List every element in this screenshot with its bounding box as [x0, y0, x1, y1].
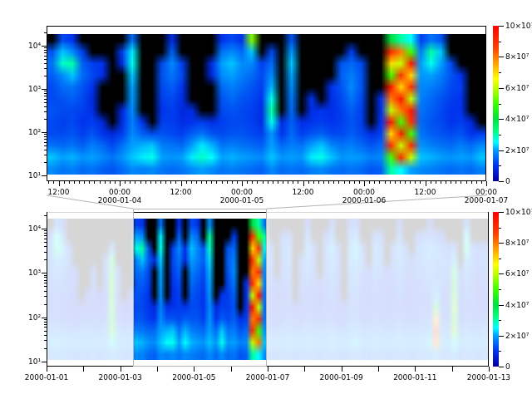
y-minor-tick: [44, 327, 47, 328]
y-minor-tick: [44, 242, 47, 243]
x-minor-tick: [232, 181, 233, 184]
y-minor-tick: [44, 52, 47, 53]
x-tick: [415, 367, 416, 372]
x-minor-tick: [227, 181, 228, 184]
x-minor-tick: [155, 181, 156, 184]
colorbar-tick: [499, 289, 501, 290]
x-tick-label: 00:00: [466, 188, 507, 196]
x-tick-label: 2000-01-03: [97, 373, 144, 382]
x-minor-tick: [94, 181, 95, 184]
x-minor-tick: [53, 181, 54, 184]
zoom-selection-rect[interactable]: [133, 209, 267, 367]
x-tick-label: 00:00: [99, 188, 140, 196]
x-minor-tick: [354, 181, 355, 184]
colorbar-tick-label: 10×10⁷: [505, 208, 532, 216]
y-minor-tick: [44, 56, 47, 57]
x-minor-tick: [288, 181, 288, 184]
colorbar-tick-label: 0: [505, 177, 532, 185]
y-minor-tick: [44, 259, 47, 260]
x-minor-tick: [74, 181, 75, 184]
x-tick: [426, 181, 426, 186]
y-tick-label: 10³: [21, 268, 41, 277]
colorbar-tick: [499, 104, 501, 105]
x-minor-tick: [313, 181, 314, 184]
colorbar-tick: [499, 273, 504, 274]
x-minor-tick: [196, 181, 197, 184]
x-tick: [486, 181, 487, 186]
x-minor-tick: [110, 181, 111, 184]
y-minor-tick: [44, 106, 47, 107]
y-minor-tick: [44, 304, 47, 305]
y-minor-tick: [44, 162, 47, 163]
x-minor-tick: [247, 181, 248, 184]
x-minor-tick: [379, 181, 380, 184]
x-tick-label: 2000-01-05: [170, 373, 217, 382]
x-minor-tick: [135, 181, 135, 184]
x-tick: [489, 367, 490, 372]
x-minor-tick: [349, 181, 350, 184]
colorbar-tick: [499, 119, 504, 120]
y-minor-tick: [44, 340, 47, 341]
x-minor-tick: [165, 181, 166, 184]
bottom-colorbar: [493, 212, 499, 367]
x-tick-label: 12:00: [38, 188, 80, 196]
y-minor-tick: [44, 150, 47, 150]
y-minor-tick: [44, 93, 47, 94]
x-minor-tick: [446, 181, 446, 184]
x-minor-tick: [105, 181, 106, 184]
x-minor-tick: [451, 181, 451, 184]
x-minor-tick: [431, 181, 431, 184]
colorbar-tick-label: 4×10⁷: [505, 301, 532, 309]
x-tick-label: 12:00: [405, 188, 446, 196]
y-tick-label: 10⁴: [21, 42, 41, 50]
x-date-label: 2000-01-07: [463, 196, 510, 204]
x-minor-tick: [115, 181, 116, 184]
y-minor-tick: [44, 47, 47, 48]
colorbar-tick: [499, 42, 501, 42]
colorbar-tick-label: 2×10⁷: [505, 146, 532, 155]
colorbar-tick-label: 6×10⁷: [505, 269, 532, 278]
x-minor-tick: [441, 181, 441, 184]
x-minor-tick: [257, 181, 258, 184]
x-minor-tick: [369, 181, 370, 184]
y-minor-tick: [44, 319, 47, 320]
x-minor-tick: [252, 181, 253, 184]
x-tick-label: 12:00: [283, 188, 324, 196]
x-minor-tick: [461, 181, 461, 184]
y-minor-tick: [44, 335, 47, 336]
x-minor-tick: [293, 181, 293, 184]
y-minor-tick: [44, 119, 47, 120]
y-minor-tick: [44, 324, 47, 325]
y-tick-label: 10¹: [21, 171, 41, 180]
x-minor-tick: [64, 181, 65, 184]
x-minor-tick: [268, 181, 268, 184]
y-minor-tick: [44, 63, 47, 64]
x-tick: [47, 367, 47, 372]
y-tick: [42, 132, 47, 133]
y-minor-tick: [44, 91, 47, 91]
x-date-label: 2000-01-06: [341, 196, 387, 204]
y-minor-tick: [44, 239, 47, 239]
y-tick: [42, 229, 47, 229]
colorbar-tick-label: 4×10⁷: [505, 115, 532, 123]
top-spectrogram-image: [47, 34, 485, 175]
x-minor-tick: [206, 181, 207, 184]
x-minor-tick: [278, 181, 278, 184]
x-minor-tick: [145, 181, 146, 184]
top-colorbar: [493, 26, 499, 181]
x-minor-tick: [130, 181, 131, 184]
x-tick: [231, 367, 232, 372]
y-minor-tick: [44, 50, 47, 51]
x-date-label: 2000-01-04: [96, 196, 143, 204]
y-minor-tick: [44, 252, 47, 253]
x-minor-tick: [405, 181, 406, 184]
x-minor-tick: [328, 181, 329, 184]
y-tick-label: 10⁴: [21, 224, 41, 233]
x-tick: [242, 181, 243, 186]
x-minor-tick: [323, 181, 324, 184]
colorbar-tick: [499, 72, 501, 73]
x-minor-tick: [237, 181, 238, 184]
y-tick: [42, 362, 47, 362]
x-minor-tick: [308, 181, 309, 184]
y-minor-tick: [44, 99, 47, 100]
